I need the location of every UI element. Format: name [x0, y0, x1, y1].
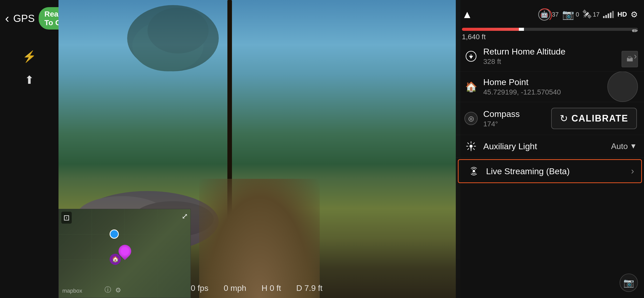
svg-line-22	[468, 148, 469, 150]
live-streaming-chevron: ›	[631, 166, 634, 177]
aux-dropdown[interactable]: Auto ▼	[611, 142, 637, 151]
compass-icon	[463, 112, 479, 125]
left-sidebar: ‹ GPS Ready To Go ⚡ ⬆	[0, 0, 58, 298]
svg-point-2	[148, 8, 209, 53]
settings-icon[interactable]: ⚙	[631, 10, 638, 19]
drone-status: 🤖 37	[538, 8, 559, 21]
map-overlay: ⊡ ⤢ 🏠 mapbox ⓘ ⚙	[58, 209, 191, 298]
live-streaming-row[interactable]: Live Streaming (Beta) ›	[458, 159, 642, 183]
return-home-icon	[463, 51, 479, 62]
svg-line-20	[473, 148, 474, 150]
live-streaming-action[interactable]: ›	[631, 166, 634, 177]
svg-line-19	[468, 143, 469, 144]
back-button[interactable]: ‹	[5, 12, 9, 24]
live-streaming-title: Live Streaming (Beta)	[486, 166, 631, 176]
compass-circle-icon	[464, 112, 478, 125]
aux-light-title: Auxiliary Light	[483, 141, 611, 151]
return-home-row[interactable]: Return Home Altitude 328 ft ›	[456, 41, 644, 72]
satellite-status: 🛰 17	[583, 9, 600, 19]
live-streaming-content: Live Streaming (Beta)	[486, 166, 631, 176]
left-tools: ⚡ ⬆	[0, 50, 58, 86]
hd-label: HD	[617, 10, 627, 18]
height-status: H 0 ft	[261, 283, 281, 293]
return-home-subtitle: 328 ft	[483, 58, 634, 66]
house-icon: 🏠	[465, 81, 477, 92]
map-background: ⊡ ⤢ 🏠 mapbox ⓘ ⚙	[59, 209, 191, 298]
dropdown-arrow-icon: ▼	[630, 142, 637, 150]
fps-status: 0 fps	[191, 283, 208, 293]
altitude-bar-fill	[462, 28, 523, 31]
aux-light-row[interactable]: Auxiliary Light Auto ▼	[456, 135, 644, 158]
compass-value: 174°	[483, 120, 551, 128]
flash-icon[interactable]: ⚡	[22, 50, 36, 63]
aux-value: Auto	[611, 142, 628, 151]
home-point-icon: 🏠	[463, 81, 479, 92]
altitude-section: 1,640 ft	[456, 24, 644, 41]
gps-label: GPS	[13, 13, 35, 24]
drone-number: 37	[552, 11, 559, 18]
compass-title: Compass	[483, 109, 551, 119]
distance-status: D 7.9 ft	[296, 283, 323, 293]
return-home-title: Return Home Altitude	[483, 47, 634, 57]
aux-light-content: Auxiliary Light	[483, 141, 611, 151]
satellite-number: 17	[593, 11, 600, 18]
calibrate-label: CALIBRATE	[572, 113, 628, 124]
svg-marker-12	[469, 56, 473, 59]
top-bar: ▲ 🤖 37 📷 0 🛰 17	[456, 0, 644, 24]
altitude-bar	[462, 28, 638, 31]
home-point-title: Home Point	[483, 77, 637, 87]
map-settings-icon[interactable]: ⚙	[115, 286, 121, 294]
settings-menu: Return Home Altitude 328 ft › 🏠 Home Poi…	[456, 41, 644, 298]
compass-row[interactable]: Compass 174° ↻ CALIBRATE	[456, 102, 644, 135]
home-point-content: Home Point 45.729199, -121.570540	[483, 77, 637, 96]
compass-content: Compass 174°	[483, 109, 551, 128]
map-drone-dot	[110, 229, 119, 239]
header-bar: ‹ GPS Ready To Go	[0, 0, 58, 35]
edit-icon[interactable]: ✏	[632, 27, 638, 35]
camera-number: 0	[576, 11, 579, 18]
live-streaming-icon	[466, 166, 482, 177]
bottom-status-bar: 0 fps 0 mph H 0 ft D 7.9 ft	[191, 283, 323, 293]
speed-status: 0 mph	[224, 283, 246, 293]
map-home-marker: 🏠	[110, 254, 121, 265]
mapbox-attribution: mapbox	[62, 288, 82, 294]
camera-status: 📷 0	[562, 9, 579, 20]
map-shrink-button[interactable]: ⊡	[61, 212, 72, 224]
calibrate-action[interactable]: ↻ CALIBRATE	[551, 108, 637, 129]
chevron-right-icon: ›	[634, 51, 637, 62]
upload-icon[interactable]: ⬆	[25, 73, 34, 86]
top-icons: 🤖 37 📷 0 🛰 17 HD	[538, 8, 638, 21]
map-info-icon[interactable]: ⓘ	[105, 285, 111, 294]
svg-line-21	[473, 143, 474, 144]
refresh-icon: ↻	[560, 113, 568, 124]
home-point-coords: 45.729199, -121.570540	[483, 88, 637, 96]
altitude-value: 1,640 ft	[462, 33, 638, 41]
return-home-action[interactable]: ›	[634, 51, 637, 62]
drone-status-ring: 🤖	[538, 8, 550, 21]
svg-point-24	[473, 170, 475, 172]
bottom-camera-button[interactable]: 📷	[620, 274, 638, 292]
calibrate-button[interactable]: ↻ CALIBRATE	[551, 108, 637, 129]
right-panel: ▲ 🤖 37 📷 0 🛰 17	[456, 0, 644, 298]
home-point-row[interactable]: 🏠 Home Point 45.729199, -121.570540	[456, 72, 644, 102]
aux-light-dropdown[interactable]: Auto ▼	[611, 142, 637, 151]
signal-strength	[603, 11, 614, 18]
navigation-icon: ▲	[462, 8, 473, 21]
return-home-content: Return Home Altitude 328 ft	[483, 47, 634, 66]
map-expand-icon[interactable]: ⤢	[182, 212, 188, 221]
aux-light-icon	[463, 141, 479, 152]
